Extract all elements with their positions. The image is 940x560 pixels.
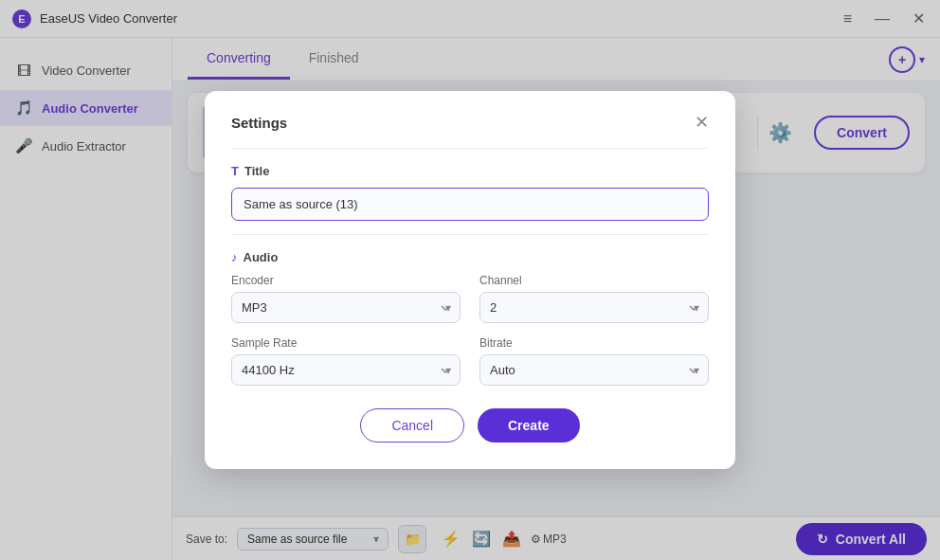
encoder-select[interactable]: MP3 AAC OGG FLAC	[231, 292, 461, 323]
sample-rate-label: Sample Rate	[231, 336, 461, 350]
title-input[interactable]	[231, 188, 709, 221]
modal-title: Settings	[231, 115, 287, 131]
encoder-label: Encoder	[231, 274, 461, 287]
bitrate-label: Bitrate	[479, 336, 709, 350]
sample-rate-select-wrapper: 44100 Hz 22050 Hz 48000 Hz	[231, 354, 461, 386]
audio-form-grid: Encoder MP3 AAC OGG FLAC Channel 1 2	[231, 274, 709, 386]
channel-select-wrapper: 1 2	[479, 292, 709, 323]
channel-label: Channel	[479, 274, 709, 287]
sample-rate-field: Sample Rate 44100 Hz 22050 Hz 48000 Hz	[231, 336, 461, 386]
create-button[interactable]: Create	[478, 408, 580, 443]
settings-modal: Settings ✕ T Title ♪ Audio Encoder MP3 A…	[205, 91, 735, 469]
modal-divider-top	[231, 148, 709, 149]
bitrate-select-wrapper: Auto 128 kbps 192 kbps 256 kbps 320 kbps	[479, 354, 709, 386]
cancel-button[interactable]: Cancel	[360, 408, 464, 443]
audio-section-header: ♪ Audio	[231, 250, 709, 264]
encoder-field: Encoder MP3 AAC OGG FLAC	[231, 274, 461, 323]
encoder-select-wrapper: MP3 AAC OGG FLAC	[231, 292, 461, 323]
title-section-label: Title	[244, 164, 270, 178]
channel-select[interactable]: 1 2	[479, 292, 709, 323]
modal-close-button[interactable]: ✕	[695, 114, 709, 131]
audio-section-label: Audio	[244, 250, 279, 264]
sample-rate-select[interactable]: 44100 Hz 22050 Hz 48000 Hz	[231, 354, 461, 386]
audio-section-icon: ♪	[231, 250, 238, 264]
modal-overlay: Settings ✕ T Title ♪ Audio Encoder MP3 A…	[0, 0, 940, 560]
bitrate-select[interactable]: Auto 128 kbps 192 kbps 256 kbps 320 kbps	[479, 354, 709, 386]
channel-field: Channel 1 2	[479, 274, 709, 323]
modal-divider-mid	[231, 234, 709, 235]
modal-actions: Cancel Create	[231, 408, 709, 443]
title-section-header: T Title	[231, 164, 709, 178]
modal-header: Settings ✕	[231, 114, 709, 131]
bitrate-field: Bitrate Auto 128 kbps 192 kbps 256 kbps …	[479, 336, 709, 386]
title-section-icon: T	[231, 164, 239, 178]
